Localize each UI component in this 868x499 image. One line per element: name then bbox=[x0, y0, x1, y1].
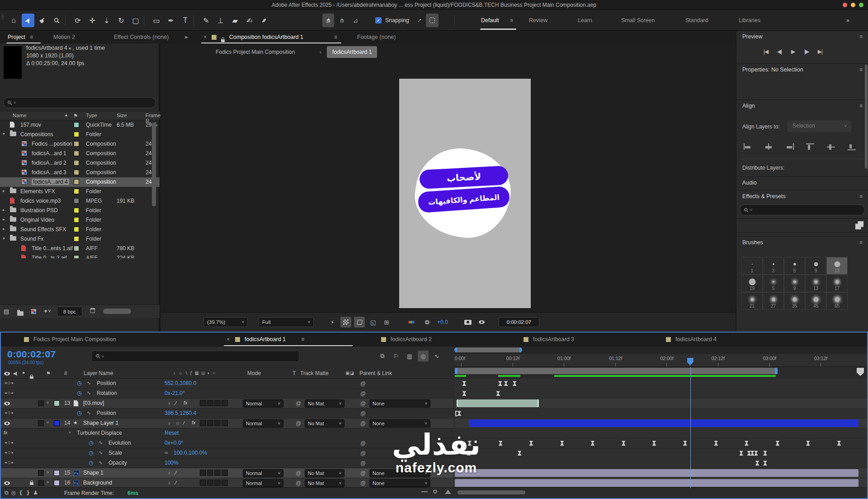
keyframe[interactable] bbox=[763, 461, 767, 466]
mode-dropdown[interactable]: Normal˅ bbox=[243, 469, 283, 477]
column-name[interactable]: Name bbox=[13, 113, 27, 118]
parent-pickwhip-icon[interactable]: @ bbox=[360, 470, 366, 476]
shy-layers-icon[interactable]: ⚐ bbox=[391, 351, 401, 361]
property-name[interactable]: Scale bbox=[108, 450, 122, 456]
timeline-graph-row[interactable] bbox=[454, 428, 867, 438]
project-item-name[interactable]: fodicsA...ard 1 bbox=[32, 150, 66, 157]
align-right-icon[interactable] bbox=[784, 143, 794, 151]
property-value[interactable]: 100.0,100.0% bbox=[174, 450, 207, 456]
viewer-timecode[interactable]: 0:00:02:07 bbox=[499, 317, 539, 327]
brush-cell[interactable]: 17 bbox=[826, 275, 848, 292]
column-track-matte[interactable]: Track Matte bbox=[300, 370, 329, 376]
switch-cells[interactable] bbox=[200, 420, 229, 428]
exposure-value[interactable]: +0.0 bbox=[437, 319, 448, 325]
project-item-name[interactable]: Fodics ...position bbox=[32, 141, 72, 147]
rectangle-tool[interactable]: ▭ bbox=[150, 14, 163, 27]
align-bottom-icon[interactable] bbox=[847, 143, 857, 151]
interpret-footage-icon[interactable]: ▤ bbox=[4, 308, 9, 315]
project-row[interactable]: ▸Elements VFXFolder bbox=[0, 187, 160, 196]
pickwhip-icon[interactable]: @ bbox=[360, 440, 366, 447]
label-column-icon[interactable]: ⚑ bbox=[46, 371, 51, 376]
keyframe[interactable] bbox=[560, 441, 564, 446]
eye-icon[interactable] bbox=[4, 402, 10, 405]
timeline-h-scrollbar[interactable] bbox=[458, 490, 525, 494]
project-row[interactable]: ▾Sound FxFolder bbox=[0, 234, 160, 244]
layer-color-swatch[interactable] bbox=[54, 420, 60, 426]
project-row[interactable]: Fodics ...positionComposition24 bbox=[0, 139, 160, 149]
effect-reset-link[interactable]: Reset bbox=[165, 430, 179, 436]
column-size[interactable]: Size bbox=[117, 113, 127, 118]
eye-icon[interactable] bbox=[4, 422, 10, 425]
label-swatch[interactable] bbox=[74, 170, 79, 175]
layer-duration-bar[interactable] bbox=[469, 419, 859, 427]
keyframe[interactable] bbox=[499, 441, 503, 446]
label-swatch[interactable] bbox=[74, 141, 79, 147]
mode-dropdown[interactable]: Normal˅ bbox=[243, 479, 283, 487]
workspace-tab-learn[interactable]: Learn bbox=[578, 10, 592, 31]
first-frame-button[interactable]: |◀ bbox=[760, 47, 772, 56]
roto-brush-tool[interactable]: ✍ bbox=[243, 14, 256, 27]
stopwatch-icon[interactable]: ◷ bbox=[89, 460, 93, 466]
column-parent-link[interactable]: Parent & Link bbox=[359, 370, 392, 376]
work-area-start-handle[interactable] bbox=[455, 368, 458, 374]
label-swatch[interactable] bbox=[74, 255, 79, 258]
property-name[interactable]: Position bbox=[97, 410, 116, 416]
label-swatch[interactable] bbox=[74, 217, 79, 223]
sun-switch-icon[interactable]: ☼ bbox=[175, 420, 180, 426]
quality-switch-icon[interactable]: ∕ bbox=[175, 400, 176, 406]
switch-cell[interactable] bbox=[38, 480, 44, 486]
project-tab-menu-icon[interactable]: ≡ bbox=[30, 31, 33, 43]
timeline-graph-row[interactable] bbox=[454, 379, 867, 389]
expand-arrow-icon[interactable]: ˃ bbox=[47, 470, 49, 475]
eye-icon[interactable] bbox=[4, 481, 10, 485]
collapse-arrow-icon[interactable]: ˅ bbox=[69, 430, 71, 435]
eraser-tool[interactable]: ▰ bbox=[229, 14, 241, 27]
brush-cell[interactable]: 9 bbox=[784, 275, 805, 292]
timeline-tab-menu-icon[interactable]: ≡ bbox=[301, 333, 304, 347]
timeline-graph-row[interactable] bbox=[454, 418, 867, 428]
graph-toggle-icon[interactable]: ∿ bbox=[99, 460, 103, 466]
keyframe[interactable] bbox=[806, 441, 810, 446]
brush-cell[interactable]: 1 bbox=[741, 257, 763, 275]
resolution-dropdown[interactable]: Full˅ bbox=[259, 317, 314, 327]
timeline-graph-row[interactable] bbox=[454, 389, 867, 399]
timeline-graph-row[interactable] bbox=[454, 438, 867, 448]
project-row[interactable]: fodicsA...ard 4Composition24 bbox=[0, 177, 160, 187]
project-item-name[interactable]: Compositions bbox=[20, 131, 53, 138]
property-value[interactable]: 100% bbox=[165, 460, 179, 466]
effect-row[interactable]: fx˅Turbulent DisplaceReset bbox=[1, 428, 453, 438]
project-item-name[interactable]: 157.mov bbox=[20, 122, 41, 128]
puppet-pin-tool[interactable]: ✒ bbox=[258, 14, 270, 27]
lock-icon[interactable] bbox=[30, 482, 33, 485]
timeline-tab-1[interactable]: Fodics Project Main Composition bbox=[33, 333, 116, 347]
workspace-tab-default[interactable]: Default bbox=[481, 10, 499, 31]
track-matte-dropdown[interactable]: No Mat˅ bbox=[305, 419, 344, 428]
property-value[interactable]: 386.5,1260.4 bbox=[165, 410, 196, 416]
property-name[interactable]: Opacity bbox=[108, 460, 127, 466]
keyframe[interactable] bbox=[652, 441, 656, 446]
project-row[interactable]: ▾CompositionsFolder bbox=[0, 130, 160, 139]
pickwhip-icon[interactable]: @ bbox=[360, 450, 366, 456]
project-settings-icon[interactable]: ✦˅ bbox=[43, 308, 51, 314]
quality-switch-icon[interactable]: ∕ bbox=[175, 470, 176, 476]
pickwhip-icon[interactable]: @ bbox=[360, 410, 366, 417]
zoom-tool[interactable]: ⚲ bbox=[51, 14, 63, 27]
keyframe[interactable] bbox=[529, 441, 533, 446]
layer-color-swatch[interactable] bbox=[54, 400, 60, 406]
label-swatch[interactable] bbox=[74, 160, 79, 166]
fx-switch-icon[interactable]: fx bbox=[184, 400, 188, 405]
switch-cell[interactable] bbox=[38, 420, 44, 426]
label-swatch[interactable] bbox=[74, 236, 79, 242]
keyframe[interactable] bbox=[750, 451, 755, 456]
project-row[interactable]: Title 0...ts 2.aifAIFF224 KB bbox=[0, 253, 160, 258]
project-row[interactable]: fodics voice.mp3MPEG191 KB bbox=[0, 196, 160, 206]
properties-menu-icon[interactable]: ≡ bbox=[859, 67, 863, 73]
column-mode[interactable]: Mode bbox=[247, 370, 261, 376]
brush-cell[interactable]: 65 bbox=[826, 292, 848, 310]
brush-cell[interactable]: 21 bbox=[741, 292, 763, 310]
comp-swatch[interactable] bbox=[211, 34, 217, 40]
project-item-name[interactable]: Original Video bbox=[20, 217, 54, 223]
zoom-knob-icon[interactable] bbox=[433, 489, 437, 494]
timeline-tab-5[interactable]: fodicsArtboard 4 bbox=[675, 333, 717, 347]
layer-row[interactable]: ˅13[03.mov]♁∕fxNormal˅@No Mat˅@None˅ bbox=[1, 399, 453, 409]
